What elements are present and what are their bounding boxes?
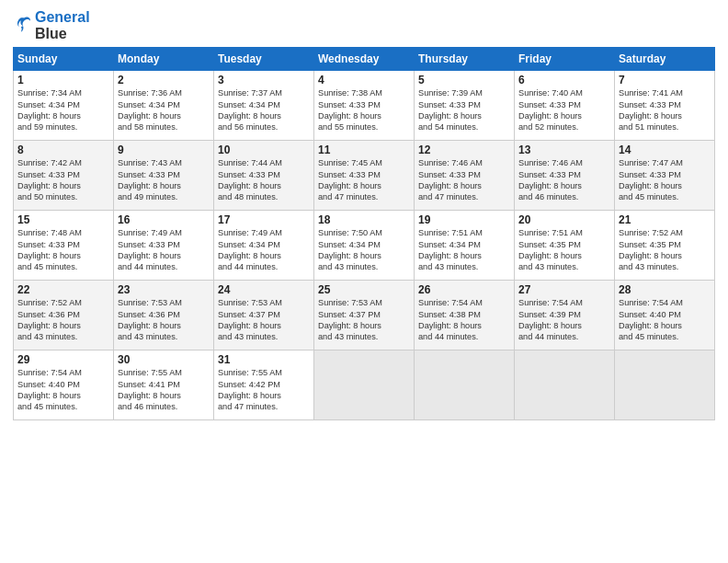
weekday-header-saturday: Saturday	[615, 48, 715, 71]
calendar-table: SundayMondayTuesdayWednesdayThursdayFrid…	[13, 47, 715, 420]
day-number: 27	[518, 283, 610, 296]
calendar-week-row: 29Sunrise: 7:54 AMSunset: 4:40 PMDayligh…	[14, 350, 715, 420]
day-number: 25	[318, 283, 410, 296]
calendar-cell: 24Sunrise: 7:53 AMSunset: 4:37 PMDayligh…	[214, 281, 314, 350]
cell-content: Sunrise: 7:39 AMSunset: 4:33 PMDaylight:…	[418, 88, 483, 132]
calendar-cell: 23Sunrise: 7:53 AMSunset: 4:36 PMDayligh…	[114, 281, 214, 350]
calendar-cell: 12Sunrise: 7:46 AMSunset: 4:33 PMDayligh…	[415, 141, 515, 211]
cell-content: Sunrise: 7:47 AMSunset: 4:33 PMDaylight:…	[619, 158, 683, 201]
calendar-cell	[615, 350, 715, 420]
day-number: 2	[118, 74, 210, 86]
cell-content: Sunrise: 7:54 AMSunset: 4:40 PMDaylight:…	[17, 368, 82, 411]
weekday-header-sunday: Sunday	[14, 48, 114, 71]
day-number: 3	[218, 74, 310, 86]
cell-content: Sunrise: 7:36 AMSunset: 4:34 PMDaylight:…	[118, 88, 182, 132]
weekday-header-wednesday: Wednesday	[314, 48, 415, 71]
calendar-cell: 27Sunrise: 7:54 AMSunset: 4:39 PMDayligh…	[515, 281, 615, 350]
day-number: 16	[118, 213, 210, 226]
cell-content: Sunrise: 7:40 AMSunset: 4:33 PMDaylight:…	[518, 88, 583, 132]
cell-content: Sunrise: 7:52 AMSunset: 4:35 PMDaylight:…	[619, 228, 683, 271]
cell-content: Sunrise: 7:51 AMSunset: 4:34 PMDaylight:…	[418, 228, 483, 271]
weekday-header-row: SundayMondayTuesdayWednesdayThursdayFrid…	[14, 48, 715, 71]
cell-content: Sunrise: 7:50 AMSunset: 4:34 PMDaylight:…	[318, 228, 382, 271]
day-number: 14	[619, 144, 711, 156]
day-number: 30	[118, 353, 210, 366]
calendar-cell: 17Sunrise: 7:49 AMSunset: 4:34 PMDayligh…	[214, 211, 314, 281]
weekday-header-tuesday: Tuesday	[214, 48, 314, 71]
calendar-cell: 5Sunrise: 7:39 AMSunset: 4:33 PMDaylight…	[415, 71, 515, 141]
calendar-cell: 1Sunrise: 7:34 AMSunset: 4:34 PMDaylight…	[14, 71, 114, 141]
calendar-week-row: 22Sunrise: 7:52 AMSunset: 4:36 PMDayligh…	[14, 281, 715, 350]
cell-content: Sunrise: 7:42 AMSunset: 4:33 PMDaylight:…	[17, 158, 82, 201]
header: GeneralBlue	[13, 9, 715, 41]
calendar-cell: 26Sunrise: 7:54 AMSunset: 4:38 PMDayligh…	[415, 281, 515, 350]
cell-content: Sunrise: 7:45 AMSunset: 4:33 PMDaylight:…	[318, 158, 382, 201]
calendar-cell: 18Sunrise: 7:50 AMSunset: 4:34 PMDayligh…	[314, 211, 415, 281]
weekday-header-friday: Friday	[515, 48, 615, 71]
day-number: 4	[318, 74, 410, 86]
day-number: 15	[17, 213, 109, 226]
calendar-cell: 21Sunrise: 7:52 AMSunset: 4:35 PMDayligh…	[615, 211, 715, 281]
day-number: 23	[118, 283, 210, 296]
calendar-cell: 25Sunrise: 7:53 AMSunset: 4:37 PMDayligh…	[314, 281, 415, 350]
cell-content: Sunrise: 7:34 AMSunset: 4:34 PMDaylight:…	[17, 88, 82, 132]
cell-content: Sunrise: 7:41 AMSunset: 4:33 PMDaylight:…	[619, 88, 683, 132]
day-number: 22	[17, 283, 109, 296]
cell-content: Sunrise: 7:43 AMSunset: 4:33 PMDaylight:…	[118, 158, 182, 201]
calendar-cell: 3Sunrise: 7:37 AMSunset: 4:34 PMDaylight…	[214, 71, 314, 141]
logo-icon	[13, 14, 33, 34]
day-number: 8	[17, 144, 109, 156]
cell-content: Sunrise: 7:51 AMSunset: 4:35 PMDaylight:…	[518, 228, 583, 271]
day-number: 18	[318, 213, 410, 226]
weekday-header-thursday: Thursday	[415, 48, 515, 71]
calendar-cell: 4Sunrise: 7:38 AMSunset: 4:33 PMDaylight…	[314, 71, 415, 141]
day-number: 28	[619, 283, 711, 296]
page-container: GeneralBlue SundayMondayTuesdayWednesday…	[0, 0, 728, 428]
day-number: 7	[619, 74, 711, 86]
calendar-cell: 22Sunrise: 7:52 AMSunset: 4:36 PMDayligh…	[14, 281, 114, 350]
day-number: 21	[619, 213, 711, 226]
calendar-cell: 10Sunrise: 7:44 AMSunset: 4:33 PMDayligh…	[214, 141, 314, 211]
cell-content: Sunrise: 7:49 AMSunset: 4:34 PMDaylight:…	[218, 228, 282, 271]
cell-content: Sunrise: 7:38 AMSunset: 4:33 PMDaylight:…	[318, 88, 382, 132]
calendar-week-row: 1Sunrise: 7:34 AMSunset: 4:34 PMDaylight…	[14, 71, 715, 141]
calendar-cell: 6Sunrise: 7:40 AMSunset: 4:33 PMDaylight…	[515, 71, 615, 141]
cell-content: Sunrise: 7:46 AMSunset: 4:33 PMDaylight:…	[518, 158, 583, 201]
calendar-cell: 15Sunrise: 7:48 AMSunset: 4:33 PMDayligh…	[14, 211, 114, 281]
day-number: 31	[218, 353, 310, 366]
cell-content: Sunrise: 7:52 AMSunset: 4:36 PMDaylight:…	[17, 298, 82, 341]
day-number: 5	[418, 74, 510, 86]
cell-content: Sunrise: 7:54 AMSunset: 4:40 PMDaylight:…	[619, 298, 683, 341]
cell-content: Sunrise: 7:44 AMSunset: 4:33 PMDaylight:…	[218, 158, 282, 201]
day-number: 11	[318, 144, 410, 156]
day-number: 26	[418, 283, 510, 296]
cell-content: Sunrise: 7:55 AMSunset: 4:42 PMDaylight:…	[218, 368, 282, 411]
cell-content: Sunrise: 7:49 AMSunset: 4:33 PMDaylight:…	[118, 228, 182, 271]
cell-content: Sunrise: 7:53 AMSunset: 4:36 PMDaylight:…	[118, 298, 182, 341]
calendar-cell: 11Sunrise: 7:45 AMSunset: 4:33 PMDayligh…	[314, 141, 415, 211]
calendar-cell: 31Sunrise: 7:55 AMSunset: 4:42 PMDayligh…	[214, 350, 314, 420]
calendar-cell: 16Sunrise: 7:49 AMSunset: 4:33 PMDayligh…	[114, 211, 214, 281]
calendar-cell: 29Sunrise: 7:54 AMSunset: 4:40 PMDayligh…	[14, 350, 114, 420]
day-number: 29	[17, 353, 109, 366]
calendar-cell	[314, 350, 415, 420]
calendar-cell: 8Sunrise: 7:42 AMSunset: 4:33 PMDaylight…	[14, 141, 114, 211]
logo: GeneralBlue	[13, 9, 90, 41]
cell-content: Sunrise: 7:53 AMSunset: 4:37 PMDaylight:…	[218, 298, 282, 341]
calendar-cell: 14Sunrise: 7:47 AMSunset: 4:33 PMDayligh…	[615, 141, 715, 211]
calendar-cell: 28Sunrise: 7:54 AMSunset: 4:40 PMDayligh…	[615, 281, 715, 350]
calendar-week-row: 8Sunrise: 7:42 AMSunset: 4:33 PMDaylight…	[14, 141, 715, 211]
day-number: 20	[518, 213, 610, 226]
cell-content: Sunrise: 7:53 AMSunset: 4:37 PMDaylight:…	[318, 298, 382, 341]
logo-text: GeneralBlue	[35, 9, 90, 41]
cell-content: Sunrise: 7:37 AMSunset: 4:34 PMDaylight:…	[218, 88, 282, 132]
calendar-cell: 20Sunrise: 7:51 AMSunset: 4:35 PMDayligh…	[515, 211, 615, 281]
day-number: 17	[218, 213, 310, 226]
calendar-cell: 19Sunrise: 7:51 AMSunset: 4:34 PMDayligh…	[415, 211, 515, 281]
weekday-header-monday: Monday	[114, 48, 214, 71]
calendar-cell	[515, 350, 615, 420]
calendar-cell: 2Sunrise: 7:36 AMSunset: 4:34 PMDaylight…	[114, 71, 214, 141]
day-number: 9	[118, 144, 210, 156]
calendar-cell: 7Sunrise: 7:41 AMSunset: 4:33 PMDaylight…	[615, 71, 715, 141]
day-number: 13	[518, 144, 610, 156]
